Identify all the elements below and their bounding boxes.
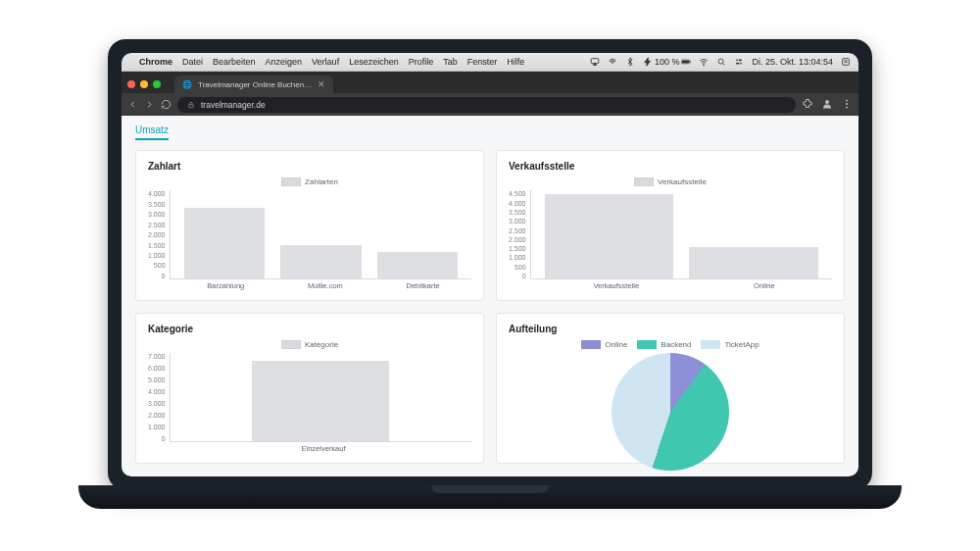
menu-bearbeiten[interactable]: Bearbeiten [213, 57, 256, 67]
screen: Chrome Datei Bearbeiten Anzeigen Verlauf… [122, 53, 858, 476]
chart-card-aufteilung: AufteilungOnlineBackendTicketApp [496, 313, 845, 464]
menu-items: Datei Bearbeiten Anzeigen Verlauf Leseze… [182, 57, 524, 67]
battery-status[interactable]: 100 % [643, 57, 692, 67]
bar-einzelverkauf[interactable] [252, 361, 389, 441]
close-tab-button[interactable]: ✕ [318, 79, 325, 89]
reload-button[interactable] [161, 96, 172, 114]
browser-tab[interactable]: 🌐 Travelmanager Online Buchen… ✕ [174, 75, 333, 93]
chart-title: Kategorie [148, 324, 471, 334]
pie-chart[interactable] [612, 353, 729, 471]
chart-title: Aufteilung [509, 324, 832, 334]
chart-legend: Verkaufsstelle [509, 177, 832, 186]
tab-title: Travelmanager Online Buchen… [198, 80, 312, 89]
control-center-icon[interactable] [734, 57, 744, 67]
status-icons: 100 % Di. 25. Okt. 13:04:54 [590, 57, 851, 67]
clock[interactable]: Di. 25. Okt. 13:04:54 [752, 57, 833, 67]
laptop-base [78, 485, 902, 509]
maximize-window-button[interactable] [153, 80, 161, 88]
svg-point-18 [846, 107, 848, 109]
battery-percent: 100 % [655, 57, 680, 67]
chart-legend: Kategorie [148, 340, 471, 349]
chart-card-verkaufsstelle: VerkaufsstelleVerkaufsstelle4.5004.0003.… [496, 150, 845, 301]
back-button[interactable] [127, 96, 138, 114]
legend-online[interactable]: Online [581, 340, 627, 349]
menu-profile[interactable]: Profile [409, 57, 434, 67]
laptop-lid: Chrome Datei Bearbeiten Anzeigen Verlauf… [108, 39, 872, 490]
dashboard-grid: ZahlartZahlarten4.0003.5003.0002.5002.00… [122, 140, 858, 476]
bar-debitkarte[interactable] [377, 252, 458, 278]
tab-umsatz[interactable]: Umsatz [135, 125, 169, 140]
chart-card-zahlart: ZahlartZahlarten4.0003.5003.0002.5002.00… [135, 150, 484, 301]
bar-online[interactable] [689, 247, 818, 278]
macos-menubar: Chrome Datei Bearbeiten Anzeigen Verlauf… [122, 53, 858, 72]
menu-anzeigen[interactable]: Anzeigen [266, 57, 303, 67]
chart-legend: OnlineBackendTicketApp [509, 340, 832, 349]
page-content: Umsatz ZahlartZahlarten4.0003.5003.0002.… [122, 116, 858, 476]
close-window-button[interactable] [127, 80, 135, 88]
svg-point-15 [825, 100, 829, 104]
browser-tab-strip: 🌐 Travelmanager Online Buchen… ✕ [122, 72, 858, 93]
svg-point-16 [846, 100, 848, 102]
bar-barzahlung[interactable] [184, 208, 265, 278]
chrome-menu-button[interactable] [841, 96, 853, 114]
tab-favicon-icon: 🌐 [182, 80, 192, 89]
address-bar[interactable]: travelmanager.de [177, 97, 796, 113]
svg-point-7 [737, 60, 739, 62]
profile-button[interactable] [821, 96, 833, 114]
svg-rect-14 [189, 105, 194, 108]
page-tabs: Umsatz [122, 116, 858, 140]
browser-toolbar: travelmanager.de [122, 93, 858, 117]
menu-datei[interactable]: Datei [182, 57, 203, 67]
svg-point-10 [741, 63, 743, 65]
svg-point-1 [612, 61, 614, 64]
menu-lesezeichen[interactable]: Lesezeichen [349, 57, 399, 67]
svg-point-6 [719, 59, 724, 64]
bluetooth-icon[interactable] [625, 57, 635, 67]
menu-hilfe[interactable]: Hilfe [507, 57, 524, 67]
svg-point-5 [704, 65, 705, 66]
legend-backend[interactable]: Backend [637, 340, 691, 349]
svg-rect-9 [737, 63, 740, 65]
lock-icon [187, 101, 195, 109]
menu-fenster[interactable]: Fenster [467, 57, 498, 67]
svg-rect-3 [682, 60, 689, 63]
chart-plot-area [170, 353, 471, 442]
spotlight-icon[interactable] [716, 57, 726, 67]
chart-plot-area [170, 190, 471, 279]
airdrop-icon[interactable] [608, 57, 617, 67]
window-controls [127, 80, 161, 88]
legend-ticketapp[interactable]: TicketApp [701, 340, 759, 349]
svg-point-17 [846, 103, 848, 105]
forward-button[interactable] [144, 96, 155, 114]
menu-tab[interactable]: Tab [443, 57, 458, 67]
svg-rect-4 [690, 61, 691, 63]
minimize-window-button[interactable] [140, 80, 148, 88]
chart-title: Verkaufsstelle [509, 161, 832, 172]
wifi-icon[interactable] [699, 57, 709, 67]
svg-rect-8 [739, 60, 742, 62]
chart-title: Zahlart [148, 161, 471, 172]
chart-plot-area [530, 190, 832, 279]
chart-legend: Zahlarten [148, 177, 471, 186]
url-text: travelmanager.de [201, 100, 266, 110]
app-name[interactable]: Chrome [139, 57, 172, 67]
notification-center-icon[interactable] [841, 57, 851, 67]
airplay-icon[interactable] [590, 57, 600, 67]
menu-verlauf[interactable]: Verlauf [312, 57, 339, 67]
bar-verkaufsstelle[interactable] [545, 194, 674, 278]
extensions-button[interactable] [802, 96, 813, 114]
bar-mollie-com[interactable] [280, 245, 361, 278]
chart-card-kategorie: KategorieKategorie7.0006.0005.0004.0003.… [135, 313, 484, 464]
